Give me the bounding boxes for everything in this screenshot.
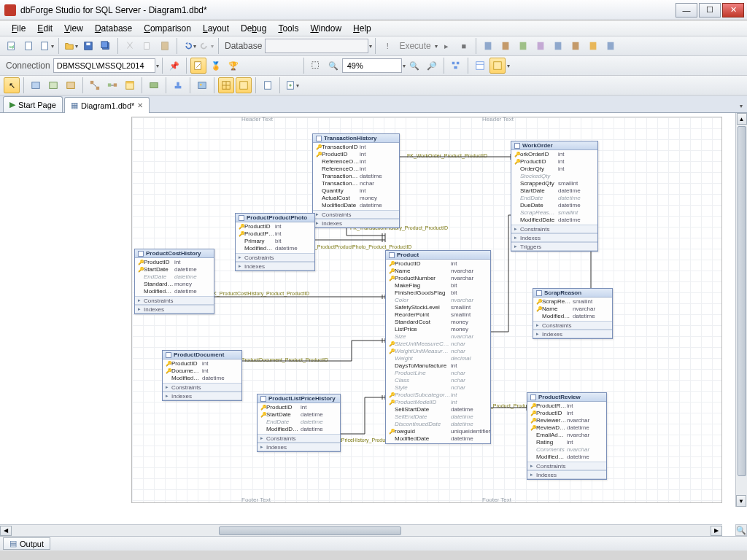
- vertical-scrollbar[interactable]: ▲ ▼: [735, 113, 747, 507]
- output-tab[interactable]: ▤ Output: [3, 537, 50, 550]
- scroll-right-icon[interactable]: ▶: [711, 526, 722, 536]
- zoom-out-button[interactable]: 🔎: [424, 58, 440, 74]
- menu-window[interactable]: Window: [306, 22, 346, 35]
- note-button[interactable]: [122, 77, 138, 93]
- view-dropdown-icon[interactable]: ▾: [507, 63, 510, 69]
- minimize-button[interactable]: —: [676, 3, 697, 18]
- new-proc-button[interactable]: [63, 77, 79, 93]
- zoom-in-button[interactable]: 🔍: [406, 58, 422, 74]
- svg-rect-29: [90, 81, 93, 84]
- scroll-thumb-v[interactable]: [738, 126, 746, 476]
- svg-rect-30: [96, 87, 99, 90]
- connection-combo[interactable]: [53, 58, 155, 73]
- copy-button[interactable]: [139, 38, 155, 54]
- new-view-button[interactable]: [45, 77, 61, 93]
- layout-button[interactable]: [448, 58, 464, 74]
- horizontal-scrollbar[interactable]: ◀ ▶: [0, 524, 722, 536]
- entity-productproductphoto[interactable]: ProductProductPhoto🔑ProductIDint🔑Product…: [235, 213, 315, 271]
- entity-productreview[interactable]: ProductReview🔑ProductReviewIDint🔑Product…: [527, 392, 607, 480]
- tab-overflow-icon[interactable]: ▾: [735, 100, 747, 112]
- zoom-dropdown-icon[interactable]: ▾: [403, 63, 406, 69]
- menu-file[interactable]: File: [7, 22, 30, 35]
- step-button[interactable]: ▸: [438, 38, 454, 54]
- export-button[interactable]: ▾: [284, 77, 300, 93]
- new-table-button[interactable]: [28, 77, 44, 93]
- redo-button[interactable]: ▾: [198, 38, 214, 54]
- pin-button[interactable]: 📌: [166, 58, 182, 74]
- scroll-thumb-h[interactable]: [219, 526, 401, 535]
- diagram-canvas[interactable]: Header Text Header Text Footer Text Foot…: [0, 113, 735, 507]
- svg-rect-20: [452, 62, 454, 65]
- entity-productcosthistory[interactable]: ProductCostHistory🔑ProductIDint🔑StartDat…: [134, 249, 214, 314]
- entity-workorder[interactable]: WorkOrder🔑orkOrderIDint🔑ProductIDintOrde…: [511, 141, 598, 252]
- debug-button[interactable]: !: [379, 38, 395, 54]
- cut-button[interactable]: [122, 38, 138, 54]
- entity-product[interactable]: Product🔑ProductIDint🔑Namenvarchar🔑Produc…: [385, 250, 491, 444]
- edit-doc-button[interactable]: [190, 58, 206, 74]
- scroll-up-icon[interactable]: ▲: [737, 113, 747, 125]
- menu-database[interactable]: Database: [90, 22, 136, 35]
- zoom-corner-icon[interactable]: 🔍: [735, 524, 747, 536]
- close-button[interactable]: ✕: [722, 3, 744, 18]
- book6-button[interactable]: [568, 38, 584, 54]
- entity-productdocument[interactable]: ProductDocument🔑ProductIDint🔑DocumentIDi…: [162, 350, 242, 401]
- zoom-fit-button[interactable]: 🔍: [325, 58, 341, 74]
- diagram-view-button[interactable]: [489, 58, 506, 74]
- execute-dropdown-icon[interactable]: ▾: [435, 43, 438, 50]
- svg-rect-28: [67, 82, 75, 89]
- tab-start-page[interactable]: ▶ Start Page: [3, 96, 63, 112]
- database-combo[interactable]: [265, 39, 368, 53]
- connection-dropdown-icon[interactable]: ▾: [156, 63, 159, 69]
- undo-button[interactable]: ▾: [181, 38, 197, 54]
- tab-diagram[interactable]: ▦ Diagram1.dbd* ✕: [64, 97, 150, 113]
- menu-edit[interactable]: Edit: [33, 22, 57, 35]
- table-view-button[interactable]: [472, 58, 488, 74]
- book4-button[interactable]: [533, 38, 549, 54]
- book2-button[interactable]: [498, 38, 514, 54]
- zoom-combo[interactable]: 49%: [342, 58, 402, 73]
- menu-tools[interactable]: Tools: [274, 22, 303, 35]
- entity-scrapreason[interactable]: ScrapReason🔑ScrapReasonIDsmallint🔑Namenv…: [533, 288, 613, 339]
- entity-productlistpricehistory[interactable]: ProductListPriceHistory🔑ProductIDint🔑Sta…: [257, 394, 341, 452]
- cert-button[interactable]: 🏅: [208, 58, 224, 74]
- entity-transactionhistory[interactable]: TransactionHistory🔑TransactionIDint🔑Prod…: [312, 133, 400, 228]
- show-grid-button[interactable]: [236, 77, 252, 93]
- menu-view[interactable]: View: [60, 22, 88, 35]
- trophy-button[interactable]: 🏆: [225, 58, 241, 74]
- svg-rect-13: [537, 42, 543, 50]
- page-setup-button[interactable]: [260, 77, 276, 93]
- save-button[interactable]: [80, 38, 96, 54]
- stamp-button[interactable]: [170, 77, 186, 93]
- database-dropdown-icon[interactable]: ▾: [369, 43, 372, 50]
- new-sql-button[interactable]: sql: [4, 38, 20, 54]
- menu-help[interactable]: Help: [349, 22, 376, 35]
- image-button[interactable]: [194, 77, 210, 93]
- scroll-down-icon[interactable]: ▼: [736, 495, 746, 507]
- zoom-region-button[interactable]: [308, 58, 324, 74]
- book1-button[interactable]: [480, 38, 496, 54]
- new-diagram-dropdown[interactable]: ▾: [39, 38, 55, 54]
- svg-rect-9: [162, 42, 169, 50]
- snap-grid-button[interactable]: [218, 77, 234, 93]
- save-all-button[interactable]: [98, 38, 114, 54]
- container-button[interactable]: [146, 77, 162, 93]
- fk-button[interactable]: [104, 77, 120, 93]
- menu-layout[interactable]: Layout: [198, 22, 233, 35]
- svg-text:sql: sql: [9, 44, 15, 49]
- book3-button[interactable]: [515, 38, 531, 54]
- book8-button[interactable]: [603, 38, 619, 54]
- book5-button[interactable]: [550, 38, 566, 54]
- maximize-button[interactable]: ☐: [699, 3, 721, 18]
- scroll-left-icon[interactable]: ◀: [0, 526, 12, 536]
- tab-close-icon[interactable]: ✕: [137, 101, 143, 109]
- menu-comparison[interactable]: Comparison: [139, 22, 196, 35]
- open-button[interactable]: ▾: [63, 38, 79, 54]
- book7-button[interactable]: [585, 38, 601, 54]
- pointer-button[interactable]: ↖: [4, 77, 20, 93]
- paste-button[interactable]: [157, 38, 173, 54]
- new-query-button[interactable]: [21, 38, 37, 54]
- stop-button[interactable]: ■: [456, 38, 472, 54]
- relation-button[interactable]: [87, 77, 103, 93]
- svg-rect-36: [126, 82, 134, 84]
- menu-debug[interactable]: Debug: [236, 22, 271, 35]
